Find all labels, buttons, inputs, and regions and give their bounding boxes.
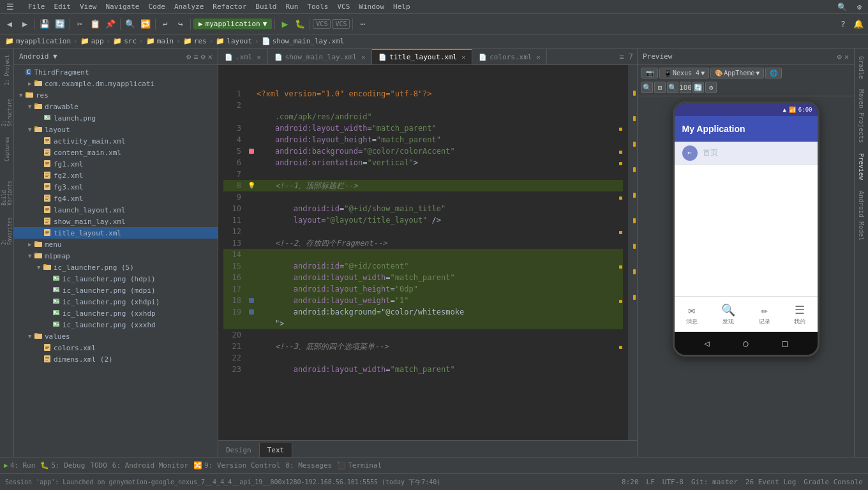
settings-icon[interactable]: ⚙ [853,1,865,13]
preview-screenshot-btn[interactable]: 📷 [641,68,658,78]
debug-button[interactable]: 🐛 [293,17,307,31]
tree-item[interactable]: colors.xml [14,342,218,353]
encoding-status[interactable]: UTF-8 [662,478,684,486]
right-tab-gradle[interactable]: Gradle [857,51,866,84]
phone-back-hw-btn[interactable]: ◁ [704,338,709,348]
menu-build[interactable]: Build [251,1,280,12]
tree-item[interactable]: fg1.xml [14,158,218,170]
menu-run[interactable]: Run [281,1,302,12]
zoom-in-btn[interactable]: 🔍 [667,82,678,93]
tree-item[interactable]: launch_layout.xml [14,204,218,216]
run-button[interactable]: ▶ [278,17,292,31]
preview-settings-icon[interactable]: ⚙ [837,52,842,61]
tab-close-2[interactable]: ✕ [361,54,365,61]
sidebar-tab-project[interactable]: 1: Project [1,51,13,89]
tree-item[interactable]: title_layout.xml [14,227,218,239]
zoom-out-btn[interactable]: 🔍 [641,82,653,93]
toolbar-find[interactable]: 🔍 [123,17,137,31]
toolbar-replace[interactable]: 🔁 [138,17,153,31]
settings-btn[interactable]: ⚙ [705,82,717,93]
tree-item[interactable]: ▶com.example.dm.myapplicati [14,78,218,89]
bc-app[interactable]: 📁 app [80,37,104,45]
preview-device-btn[interactable]: 📱 Nexus 4 ▼ [659,68,709,78]
tree-item[interactable]: activity_main.xml [14,135,218,147]
toolbar-sync[interactable]: 🔄 [53,17,67,31]
bc-main[interactable]: 📁 main [146,37,174,45]
phone-home-hw-btn[interactable]: ○ [743,338,748,348]
tab-show-main[interactable]: 📄 show_main_lay.xml ✕ [268,49,373,64]
bc-src[interactable]: 📁 src [113,37,137,45]
bc-layout[interactable]: 📁 layout [216,37,252,45]
toolbar-paste[interactable]: 📌 [103,17,117,31]
tree-item[interactable]: dimens.xml (2) [14,353,218,365]
menu-file[interactable]: File [24,1,49,12]
toolbar-redo[interactable]: ↪ [174,17,188,31]
preview-theme-btn[interactable]: 🎨 AppTheme ▼ [710,68,764,78]
bc-file[interactable]: 📄 show_main_lay.xml [262,37,345,45]
menu-edit[interactable]: Edit [50,1,75,12]
panel-close-icon[interactable]: ✕ [208,52,213,61]
panel-collapse-icon[interactable]: ≡ [193,52,198,61]
preview-lang-btn[interactable]: 🌐 [765,68,782,78]
tree-item[interactable]: ic_launcher.png (mdpi) [14,285,218,296]
tree-item[interactable]: ▼ic_launcher.png (5) [14,262,218,273]
menu-navigate[interactable]: Navigate [102,1,144,12]
position-status[interactable]: 8:20 [622,478,639,486]
toolbar-copy[interactable]: 📋 [88,17,102,31]
right-tab-preview[interactable]: Preview [857,148,866,185]
tree-item[interactable]: content_main.xml [14,147,218,158]
tree-item[interactable]: ▶menu [14,239,218,250]
debug-status[interactable]: 🐛 5: Debug [40,461,85,470]
tree-item[interactable]: fg4.xml [14,193,218,204]
tree-item[interactable]: ic_launcher.png (xxhdp [14,308,218,319]
toolbar-back[interactable]: ◀ [3,17,17,31]
bc-myapplication[interactable]: 📁 myapplication [5,37,71,45]
nav-item-mine[interactable]: ☰ 我的 [794,303,805,326]
menu-window[interactable]: Window [355,1,388,12]
menu-refactor[interactable]: Refactor [209,1,250,12]
tree-item[interactable]: fg2.xml [14,170,218,181]
refresh-btn[interactable]: 🔄 [692,82,704,93]
tree-item[interactable]: ic_launcher.png (hdpi) [14,273,218,285]
run-status[interactable]: ▶ 4: Run [4,461,35,470]
tree-item[interactable]: fg3.xml [14,181,218,193]
sidebar-tab-favorites[interactable]: 2: Favorites [1,209,13,248]
android-monitor-status[interactable]: 6: Android Monitor [112,461,188,470]
tab-dropdown[interactable]: ≡ 7 [615,52,637,61]
tab-close-1[interactable]: ✕ [257,54,261,61]
menu-analyze[interactable]: Analyze [170,1,207,12]
tree-item[interactable]: ic_launcher.png (xhdpi) [14,296,218,308]
nav-item-discover[interactable]: 🔍 发现 [721,303,735,326]
phone-back-btn[interactable]: ← [682,145,698,161]
editor-scrollbar[interactable] [628,65,637,440]
tab-colors[interactable]: 📄 colors.xml ✕ [472,49,547,64]
toolbar-forward[interactable]: ▶ [18,17,32,31]
tab-close-4[interactable]: ✕ [536,54,540,61]
tree-item[interactable]: ▼mipmap [14,250,218,262]
tab-text[interactable]: Text [260,443,293,457]
menu-vcs[interactable]: VCS [333,1,354,12]
lf-status[interactable]: LF [647,478,655,486]
right-tab-maven[interactable]: Maven Projects [857,84,866,148]
gradle-console-status[interactable]: Gradle Console [804,478,863,486]
toolbar-undo[interactable]: ↩ [158,17,172,31]
right-tab-android-model[interactable]: Android Model [857,186,866,246]
tree-item[interactable]: ▼values [14,330,218,342]
tab-close-3[interactable]: ✕ [461,54,465,61]
nav-item-messages[interactable]: ✉ 消息 [686,303,698,326]
todo-status[interactable]: TODO [90,461,107,470]
toolbar-save[interactable]: 💾 [38,17,52,31]
tab-title-layout[interactable]: 📄 title_layout.xml ✕ [372,49,472,64]
code-content[interactable]: 1<?xml version="1.0" encoding="utf-8"?>2… [218,65,628,440]
toolbar-cut[interactable]: ✂ [73,17,87,31]
tree-item[interactable]: ▼layout [14,124,218,135]
menu-code[interactable]: Code [144,1,169,12]
sidebar-tab-build[interactable]: Build Variants [1,170,13,208]
terminal-status[interactable]: ⬛ Terminal [337,461,382,470]
panel-settings-icon[interactable]: ⚙ [201,52,206,61]
toolbar-app-selector[interactable]: ▶ myapplication ▼ [193,19,272,29]
code-editor[interactable]: 1<?xml version="1.0" encoding="utf-8"?>2… [218,65,628,440]
panel-sync-icon[interactable]: ⚙ [186,52,191,61]
tree-item[interactable]: launch.png [14,112,218,124]
sidebar-tab-captures[interactable]: Captures [1,130,13,168]
